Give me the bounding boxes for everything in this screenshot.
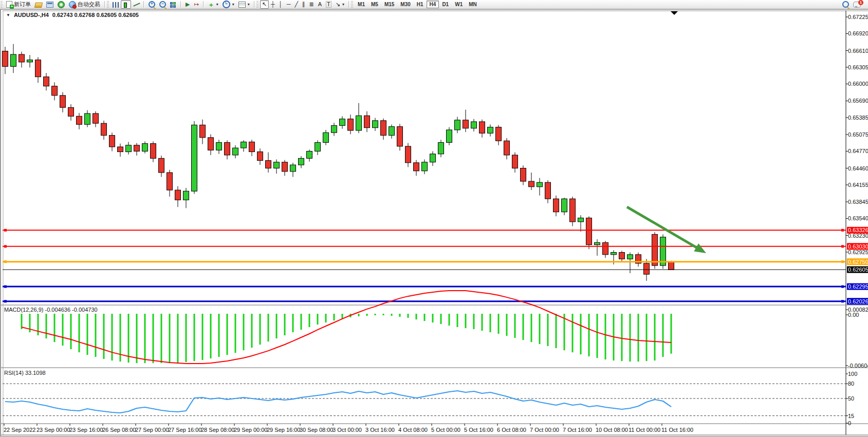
candle-body — [52, 86, 58, 96]
bar-chart-button[interactable] — [110, 0, 121, 9]
candle-body — [192, 125, 197, 191]
trendline-tool-button[interactable]: ╱ — [292, 0, 300, 9]
text-tool-button[interactable]: A — [316, 0, 324, 9]
zoom-out-button[interactable]: − — [157, 0, 168, 9]
templates-button[interactable]: ▾ — [236, 0, 252, 9]
signals-button[interactable] — [56, 0, 67, 9]
timeframe-m30-button[interactable]: M30 — [397, 1, 413, 8]
candle-body — [93, 113, 99, 123]
deposit-button[interactable] — [33, 0, 44, 9]
periods-button[interactable]: ▾ — [220, 0, 236, 9]
candle-body — [348, 119, 354, 130]
trendline-icon: ╱ — [294, 2, 298, 7]
new-chart-button[interactable] — [44, 0, 56, 9]
new-order-label: 新订单 — [14, 1, 31, 8]
candle-body — [109, 136, 115, 147]
timeframe-d1-button[interactable]: D1 — [439, 1, 452, 8]
channel-tool-button[interactable]: ∥ — [300, 0, 307, 9]
price-tick-label: 0.63845 — [848, 199, 868, 205]
candle-body — [545, 182, 551, 199]
date-tick-label: 30 Sep 08:00 — [300, 427, 333, 433]
chart-title: ▼ AUDUSD-,H4 0.62743 0.62768 0.62605 0.6… — [6, 12, 139, 18]
date-tick-label: 5 Oct 16:00 — [464, 427, 493, 433]
new-order-button[interactable]: + 新订单 — [4, 0, 33, 9]
timeframe-toolbar: M1 M5 M15 M30 H1 H4 D1 W1 MN — [354, 0, 481, 9]
candle-body — [19, 54, 25, 62]
horizontal-line-tool-button[interactable]: ─ — [285, 0, 293, 9]
hline-left-handle[interactable] — [4, 286, 7, 288]
price-chart-canvas[interactable]: 0.633260.630300.627500.626050.622950.620… — [1, 10, 868, 436]
autotrading-icon — [69, 1, 76, 8]
candle-body — [167, 173, 173, 190]
rsi-axis-label: 50 — [848, 395, 854, 402]
chart-ohlc-values: 0.62743 0.62768 0.62605 0.62605 — [52, 12, 139, 18]
price-tick-label: 0.66610 — [848, 48, 868, 54]
auto-scroll-button[interactable]: ▶ — [183, 0, 192, 9]
search-button[interactable] — [840, 0, 851, 9]
candle-body — [389, 127, 395, 136]
chart-shift-button[interactable]: ↦ — [192, 0, 200, 9]
date-tick-label: 22 Sep 2022 — [4, 427, 35, 433]
candle-body — [323, 132, 329, 142]
macd-axis-label: 0.00 — [848, 312, 859, 318]
timeframe-m5-button[interactable]: M5 — [368, 1, 381, 8]
price-tick-label: 0.66920 — [848, 30, 868, 36]
candle-body — [101, 123, 107, 135]
timeframe-mn-button[interactable]: MN — [466, 1, 480, 8]
candle-body — [627, 255, 633, 259]
hline-left-handle[interactable] — [4, 245, 7, 248]
timeframe-m15-button[interactable]: M15 — [381, 1, 397, 8]
price-tick-label: 0.64155 — [848, 182, 868, 188]
candle-body — [414, 163, 419, 171]
timeframe-m1-button[interactable]: M1 — [355, 1, 368, 8]
date-tick-label: 23 Sep 16:00 — [69, 427, 103, 433]
candle-body — [299, 158, 304, 165]
line-chart-button[interactable] — [131, 0, 141, 9]
hline-right-handle[interactable] — [841, 260, 844, 263]
date-tick-label: 11 Oct 00:00 — [629, 427, 660, 433]
candlestick-chart-button[interactable] — [121, 0, 131, 9]
search-icon — [842, 1, 849, 8]
candle-body — [397, 127, 403, 146]
fibonacci-tool-button[interactable]: ≣ — [307, 0, 316, 9]
price-tick-label: 0.64770 — [848, 148, 868, 154]
hline-right-handle[interactable] — [841, 300, 844, 302]
zoom-in-button[interactable]: + — [146, 0, 157, 9]
date-tick-label: 11 Oct 16:00 — [661, 427, 693, 433]
timeframe-h1-button[interactable]: H1 — [414, 1, 427, 8]
date-tick-label: 5 Oct 00:00 — [431, 427, 460, 433]
plot-background[interactable] — [3, 11, 846, 435]
hline-left-handle[interactable] — [4, 229, 7, 232]
indicators-add-icon: ＋ — [208, 2, 214, 8]
indicators-button[interactable]: ＋▾ — [206, 0, 220, 9]
candle-body — [159, 158, 164, 173]
hline-right-handle[interactable] — [841, 229, 844, 232]
cursor-tool-button[interactable]: ↖ — [260, 0, 269, 9]
price-tick-label: 0.65690 — [848, 98, 868, 104]
hline-right-handle[interactable] — [841, 286, 844, 288]
date-tick-label: 29 Sep 16:00 — [267, 427, 300, 433]
toolbar-grip[interactable] — [1, 1, 3, 8]
symbol-dropdown-icon[interactable]: ▼ — [6, 13, 10, 17]
tile-windows-button[interactable] — [168, 0, 178, 9]
timeframe-w1-button[interactable]: W1 — [452, 1, 466, 8]
vertical-line-tool-button[interactable]: │ — [277, 0, 285, 9]
arrows-tool-button[interactable]: ↘▾ — [334, 0, 346, 9]
candle-body — [405, 146, 411, 163]
text-label-tool-button[interactable]: T — [324, 0, 334, 9]
chevron-down-icon: ▾ — [232, 2, 234, 7]
bar-chart-icon — [113, 2, 119, 8]
candle-body — [463, 120, 469, 128]
crosshair-tool-button[interactable]: ┼ — [269, 0, 277, 9]
hline-right-handle[interactable] — [841, 245, 844, 248]
notifications-button[interactable]: 1 — [851, 0, 863, 9]
chart-window[interactable]: ▼ AUDUSD-,H4 0.62743 0.62768 0.62605 0.6… — [0, 9, 868, 436]
timeframe-h4-button[interactable]: H4 — [427, 1, 439, 8]
candle-body — [373, 121, 378, 128]
autotrading-button[interactable]: 自动交易 — [67, 0, 102, 9]
text-icon: A — [318, 2, 322, 7]
hline-left-handle[interactable] — [4, 300, 7, 302]
candle-body — [331, 125, 337, 132]
chevron-down-icon: ▾ — [342, 2, 344, 7]
hline-left-handle[interactable] — [4, 260, 7, 263]
